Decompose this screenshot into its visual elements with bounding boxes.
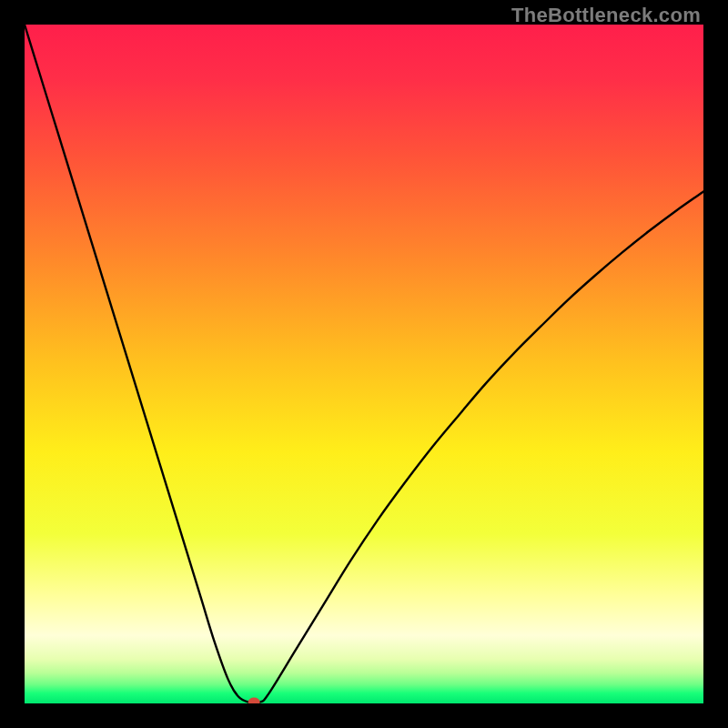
bottleneck-chart: [25, 25, 703, 703]
gradient-background: [25, 25, 703, 703]
chart-stage: TheBottleneck.com: [0, 0, 728, 728]
plot-frame: [25, 25, 703, 703]
